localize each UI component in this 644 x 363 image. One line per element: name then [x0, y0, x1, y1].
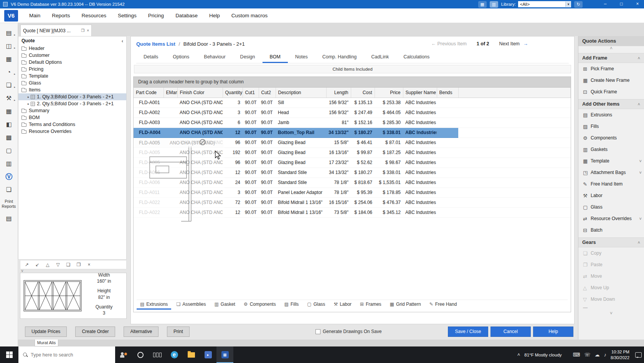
collapse-panel-icon[interactable]: ‹ — [122, 38, 123, 44]
section-gears[interactable]: Gears˄ — [578, 237, 644, 247]
images-icon[interactable]: ▢ — [2, 145, 16, 156]
action-components[interactable]: ⚙Components — [578, 132, 644, 144]
bottom-tab-free-hand[interactable]: ✎Free Hand — [426, 300, 461, 310]
v6-badge-icon[interactable]: Ⓥ — [2, 171, 16, 182]
action-pick-frame[interactable]: ⊞Pick Frame — [578, 63, 644, 75]
footer-button-cancel[interactable]: Cancel — [490, 327, 531, 337]
tray-expand-icon[interactable]: ˄ — [517, 352, 520, 358]
taskbar-v6-app-icon[interactable]: ▦ — [216, 346, 233, 363]
column-header-description[interactable]: Description — [276, 88, 326, 98]
calendar-icon[interactable]: ▦ — [2, 106, 16, 116]
next-item-button[interactable]: Next Item → — [499, 41, 528, 46]
action-fills[interactable]: ▨Fills — [578, 121, 644, 132]
table-row[interactable]: FLD-A003ANO CHA (STD ANO)690.0T90.0TJamb… — [134, 118, 571, 128]
flip-vertical-icon[interactable]: △ — [44, 261, 51, 268]
volume-icon[interactable]: ♪ — [604, 352, 607, 358]
column-header-emark[interactable]: EMark — [163, 88, 177, 98]
bottom-tab-grid-pattern[interactable]: ▦Grid Pattern — [386, 300, 424, 310]
taskbar-search[interactable] — [18, 346, 115, 363]
menu-reports[interactable]: Reports — [46, 8, 76, 23]
menu-database[interactable]: Database — [170, 8, 203, 23]
bottom-tab-frames[interactable]: ⊞Frames — [357, 300, 385, 310]
chevron-right-icon[interactable]: ▸ — [28, 102, 29, 106]
column-header-bends[interactable]: Bends — [437, 88, 458, 98]
tree-item-resource-overrides[interactable]: Resource Overrides — [18, 128, 126, 135]
tree-item-header[interactable]: Header — [18, 45, 126, 52]
group-by-bar[interactable]: Drag a column header here to group by th… — [134, 77, 571, 88]
close-button[interactable]: × — [631, 0, 644, 8]
menu-custom-macros[interactable]: Custom macros — [226, 8, 274, 23]
column-header-cost[interactable]: Cost — [351, 88, 375, 98]
tables-icon[interactable]: ▥ — [2, 158, 16, 169]
generate-drawings-checkbox[interactable] — [315, 329, 320, 334]
maximize-button[interactable]: □ — [615, 0, 628, 8]
table-row[interactable]: FLD-A004ANO CHA (STD ANO)1290.0T90.0TBot… — [134, 128, 571, 138]
menu-settings[interactable]: Settings — [112, 8, 142, 23]
tab-details[interactable]: Details — [136, 52, 165, 63]
bottom-tab-assemblies[interactable]: ❏Assemblies — [173, 300, 209, 310]
menu-help[interactable]: Help — [203, 8, 226, 23]
taskbar-people-icon[interactable] — [115, 346, 132, 363]
column-header-supplier-name[interactable]: Supplier Name — [403, 88, 437, 98]
menu-resources[interactable]: Resources — [76, 8, 112, 23]
titlebar-panel-icon[interactable]: ▥ — [490, 1, 498, 8]
tab-options[interactable]: Options — [165, 52, 197, 63]
table-row[interactable]: FLD-A006ANO CHA (STD ANO)1290.0T90.0TSta… — [134, 167, 571, 177]
tab-notes[interactable]: Notes — [288, 52, 315, 63]
section-add-frame[interactable]: Add Frame˄ — [578, 53, 644, 63]
action-batch[interactable]: ⊟Batch — [578, 224, 644, 236]
tree-item-default-options[interactable]: Default Options — [18, 59, 126, 66]
printer-icon[interactable]: ▤ — [2, 213, 16, 224]
column-header-finish-color[interactable]: Finish Color — [177, 88, 223, 98]
pan-up-right-icon[interactable]: ↗ — [23, 261, 30, 268]
table-row[interactable]: FLD-A006ANO CHA (STD ANO)2490.0T90.0TSta… — [134, 177, 571, 187]
footer-button-create-order[interactable]: Create Order — [75, 327, 115, 337]
bottom-tab-labor[interactable]: ⚒Labor — [330, 300, 355, 310]
start-button[interactable] — [0, 346, 18, 363]
search-input[interactable] — [31, 352, 104, 358]
documents-icon[interactable]: ❏▸ — [2, 80, 16, 90]
table-row[interactable]: FLD-A001ANO CHA (STD ANO)390.0T90.0TSill… — [134, 98, 571, 108]
scroll-up-icon[interactable]: ˄ — [578, 46, 644, 51]
table-row[interactable]: FLD-A005ANO CHA (STD ANO)9690.0T90.0TGla… — [134, 157, 571, 167]
tools-icon[interactable]: ⚒▸ — [2, 93, 16, 103]
tab-behaviour[interactable]: Behaviour — [197, 52, 233, 63]
tree-item-template[interactable]: Template — [18, 73, 126, 80]
mirror-icon[interactable]: ▽ — [54, 261, 61, 268]
column-header-price[interactable]: Price — [375, 88, 403, 98]
breadcrumb-link[interactable]: Quote Items List — [136, 41, 175, 47]
action-gaskets[interactable]: ▥Gaskets — [578, 144, 644, 155]
action-labor[interactable]: ⚒Labor — [578, 190, 644, 201]
footer-button-save-close[interactable]: Save / Close — [448, 327, 488, 337]
column-header-part-code[interactable]: Part Code — [134, 88, 163, 98]
taskbar-cortana-icon[interactable] — [132, 346, 149, 363]
section-add-other-items[interactable]: Add Other Items˄ — [578, 99, 644, 109]
table-row[interactable]: FLD-A022ANO CHA (STD ANO)1290.0T90.0TBif… — [134, 207, 571, 217]
delete-icon[interactable]: × — [86, 261, 92, 268]
chevron-right-icon[interactable]: ▸ — [28, 95, 29, 99]
column-header-length[interactable]: Length — [326, 88, 351, 98]
taskbar-edge-icon[interactable]: e — [166, 346, 183, 363]
scroll-down-icon[interactable]: ˅ — [578, 311, 644, 317]
taskbar-video-app-icon[interactable]: ▸ — [200, 346, 216, 363]
menu-pricing[interactable]: Pricing — [142, 8, 170, 23]
tree-item-glass[interactable]: Glass — [18, 80, 126, 86]
refresh-library-icon[interactable]: ↻ — [574, 1, 583, 8]
session-tab[interactable]: Murat Alis — [35, 340, 58, 346]
column-header-cut2[interactable]: Cut2 — [259, 88, 276, 98]
tree-item-items[interactable]: Items — [18, 86, 126, 93]
tab-calculations[interactable]: Calculations — [396, 52, 437, 63]
taskbar-explorer-icon[interactable] — [183, 346, 200, 363]
column-header-quantity[interactable]: Quantity — [223, 88, 243, 98]
menu-main[interactable]: Main — [23, 8, 46, 23]
chevron-up-icon[interactable]: ˄ — [638, 56, 640, 60]
restore-tab-icon[interactable]: ❐ — [81, 28, 84, 33]
tree-item-1-qty-3-bifold-door-3-panels-2-1[interactable]: ▸1. Qty.3;Bifold Door - 3 Panels - 2+1 — [18, 93, 126, 100]
bottom-tab-gasket[interactable]: ▥Gasket — [211, 300, 239, 310]
previous-item-button[interactable]: ← Previous Item — [431, 41, 466, 46]
table-row[interactable]: FLD-A005ANO CHA (STD ANO)19290.0T90.0TGl… — [134, 148, 571, 157]
footer-button-update-prices[interactable]: Update Prices — [25, 327, 67, 337]
footer-button-alternative[interactable]: Alternative — [124, 327, 159, 337]
tab-design[interactable]: Design — [233, 52, 263, 63]
weather-widget[interactable]: 81°F Mostly cloudy — [524, 353, 561, 357]
